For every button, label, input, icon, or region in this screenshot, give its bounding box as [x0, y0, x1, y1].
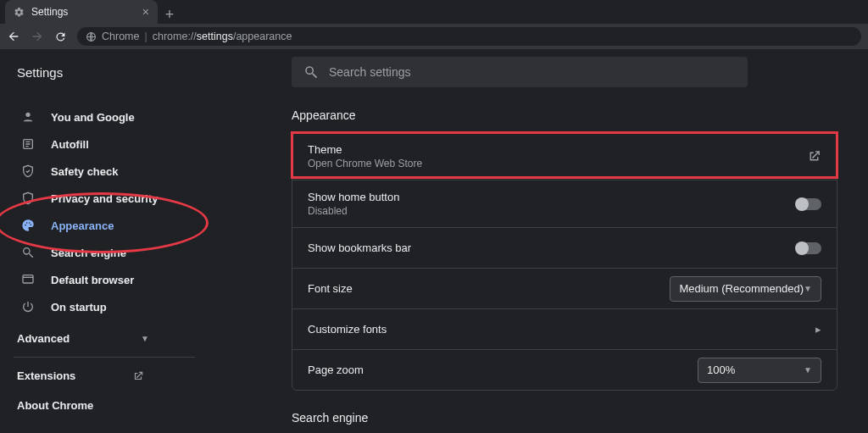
- tab-strip: Settings × +: [0, 0, 868, 24]
- sidebar-item-default-browser[interactable]: Default browser: [0, 266, 209, 293]
- browser-toolbar: Chrome | chrome://settings/appearance: [0, 24, 868, 49]
- bookmarks-bar-row: Show bookmarks bar: [292, 227, 837, 268]
- chevron-down-icon: ▼: [141, 334, 149, 343]
- theme-sub: Open Chrome Web Store: [308, 158, 422, 169]
- tab-title: Settings: [31, 6, 68, 18]
- appearance-heading: Appearance: [292, 108, 837, 122]
- sidebar-item-autofill[interactable]: Autofill: [0, 130, 209, 158]
- sidebar-item-label: Autofill: [51, 138, 89, 151]
- settings-main: Appearance Theme Open Chrome Web Store S…: [209, 95, 868, 433]
- sidebar-item-extensions[interactable]: Extensions: [0, 361, 209, 391]
- sidebar-item-label: Privacy and security: [51, 192, 158, 205]
- sidebar-item-safety-check[interactable]: Safety check: [0, 158, 209, 185]
- advanced-label: Advanced: [17, 332, 70, 345]
- chevron-down-icon: ▼: [804, 365, 812, 375]
- sidebar-advanced-toggle[interactable]: Advanced ▼: [0, 320, 209, 357]
- settings-header: Settings Search settings: [0, 49, 868, 95]
- sidebar-item-label: On startup: [51, 301, 107, 314]
- sidebar-item-label: You and Google: [51, 111, 135, 124]
- page-zoom-title: Page zoom: [308, 364, 364, 376]
- forward-button[interactable]: [31, 30, 44, 43]
- page-title: Settings: [0, 65, 292, 80]
- sidebar-item-label: Safety check: [51, 165, 119, 178]
- new-tab-button[interactable]: +: [158, 6, 181, 24]
- extensions-label: Extensions: [17, 369, 75, 382]
- sidebar-item-label: Search engine: [51, 247, 126, 259]
- sidebar-item-privacy-security[interactable]: Privacy and security: [0, 185, 209, 212]
- bookmarks-bar-toggle[interactable]: [796, 242, 821, 254]
- theme-row[interactable]: Theme Open Chrome Web Store: [292, 133, 837, 180]
- gear-icon: [14, 7, 25, 18]
- svg-point-3: [25, 225, 26, 226]
- font-size-title: Font size: [308, 282, 353, 295]
- sidebar-item-you-and-google[interactable]: You and Google: [0, 103, 209, 130]
- open-external-icon: [807, 149, 821, 164]
- customize-fonts-title: Customize fonts: [308, 323, 387, 336]
- autofill-icon: [20, 137, 36, 151]
- svg-point-4: [26, 222, 28, 224]
- settings-sidebar: You and Google Autofill Safety check Pri…: [0, 95, 209, 433]
- home-button-sub: Disabled: [308, 205, 399, 217]
- sidebar-divider: [14, 357, 195, 358]
- url-host: chrome://: [153, 31, 197, 42]
- url-scheme: Chrome: [102, 31, 139, 42]
- svg-point-1: [25, 113, 30, 117]
- url-path-bold: settings: [197, 31, 233, 42]
- home-button-toggle[interactable]: [796, 198, 821, 210]
- font-size-value: Medium (Recommended): [679, 282, 804, 295]
- sidebar-item-search-engine[interactable]: Search engine: [0, 239, 209, 266]
- page-zoom-select[interactable]: 100% ▼: [698, 358, 821, 383]
- search-settings-input[interactable]: Search settings: [292, 57, 748, 87]
- shield-icon: [20, 192, 36, 205]
- url-sep: |: [144, 31, 147, 42]
- sidebar-item-on-startup[interactable]: On startup: [0, 293, 209, 320]
- sidebar-item-about-chrome[interactable]: About Chrome: [0, 391, 209, 420]
- browser-tab[interactable]: Settings ×: [5, 0, 158, 24]
- home-button-title: Show home button: [308, 191, 399, 203]
- power-icon: [20, 300, 36, 314]
- bookmarks-bar-title: Show bookmarks bar: [308, 241, 411, 254]
- theme-title: Theme: [308, 143, 422, 156]
- font-size-row: Font size Medium (Recommended) ▼: [292, 268, 837, 308]
- reload-button[interactable]: [54, 31, 67, 43]
- search-engine-heading: Search engine: [292, 411, 837, 425]
- about-label: About Chrome: [17, 399, 93, 412]
- shield-check-icon: [20, 164, 36, 178]
- url-path-rest: /appearance: [233, 31, 292, 42]
- search-icon: [303, 64, 319, 80]
- svg-rect-7: [23, 275, 33, 283]
- address-bar[interactable]: Chrome | chrome://settings/appearance: [77, 27, 861, 46]
- chevron-right-icon: ▸: [815, 323, 821, 336]
- search-placeholder: Search settings: [329, 65, 411, 79]
- page-zoom-value: 100%: [707, 364, 735, 376]
- globe-icon: [86, 31, 97, 42]
- palette-icon: [20, 219, 36, 232]
- sidebar-item-appearance[interactable]: Appearance: [0, 212, 209, 239]
- browser-icon: [20, 273, 36, 286]
- search-icon: [20, 246, 36, 259]
- svg-point-5: [29, 222, 31, 224]
- svg-point-6: [31, 225, 32, 226]
- close-tab-icon[interactable]: ×: [142, 5, 149, 19]
- chevron-down-icon: ▼: [804, 284, 812, 293]
- appearance-card: Theme Open Chrome Web Store Show home bu…: [292, 132, 837, 391]
- back-button[interactable]: [7, 30, 20, 43]
- sidebar-item-label: Default browser: [51, 274, 134, 286]
- home-button-row: Show home button Disabled: [292, 180, 837, 227]
- person-icon: [20, 110, 36, 124]
- sidebar-item-label: Appearance: [51, 219, 114, 232]
- customize-fonts-row[interactable]: Customize fonts ▸: [292, 308, 837, 349]
- page-zoom-row: Page zoom 100% ▼: [292, 349, 837, 390]
- font-size-select[interactable]: Medium (Recommended) ▼: [670, 276, 821, 302]
- open-external-icon: [132, 370, 144, 382]
